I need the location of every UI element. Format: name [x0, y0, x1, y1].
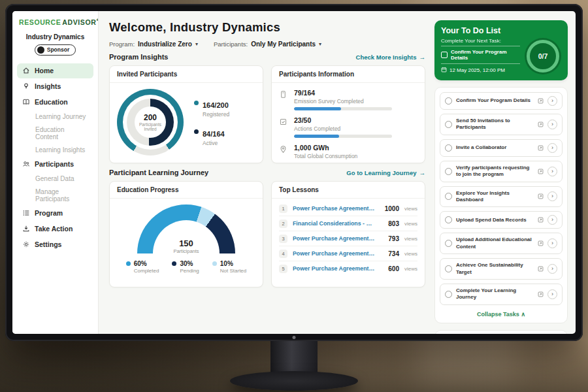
task-row-explore-insights[interactable]: Explore Your Insights Dashboard › — [440, 186, 563, 208]
dashboard-app: RESOURCEADVISOR+ Industry Dynamics Spons… — [12, 11, 576, 334]
chevron-right-icon[interactable]: › — [547, 289, 557, 299]
sponsor-badge[interactable]: Sponsor — [35, 44, 76, 56]
arrow-right-icon: → — [419, 169, 426, 176]
chevron-down-icon: ▾ — [195, 41, 198, 47]
sponsor-label: Sponsor — [47, 46, 69, 53]
checkbox-icon[interactable] — [441, 52, 448, 58]
sidebar-item-home[interactable]: Home — [17, 63, 93, 78]
task-row-confirm-program[interactable]: Confirm Your Program Details › — [440, 92, 563, 110]
lesson-row[interactable]: 2 Financial Considerations - VPPAs 803 v… — [279, 216, 417, 231]
sidebar-item-insights[interactable]: Insights — [17, 79, 93, 94]
radio-checkbox-icon[interactable] — [445, 193, 452, 200]
sidebar-item-settings[interactable]: Settings — [17, 237, 93, 252]
donut-center-label: Participants Invited — [137, 122, 164, 131]
radio-checkbox-icon[interactable] — [445, 240, 452, 247]
open-task-icon — [538, 291, 544, 297]
lesson-row[interactable]: 3 Power Purchase Agreements 101 793 view… — [279, 231, 417, 246]
sidebar-item-take-action[interactable]: Take Action — [17, 221, 93, 237]
participants-information-card: Participants Information 79/164 Emission… — [271, 65, 425, 163]
todo-tasks-card: Confirm Your Program Details › Send 50 I… — [434, 87, 568, 323]
lesson-link[interactable]: Power Purchase Agreements 101 — [293, 205, 376, 212]
lesson-link[interactable]: Financial Considerations - VPPAs — [293, 220, 376, 227]
radio-checkbox-icon[interactable] — [445, 97, 452, 105]
radio-checkbox-icon[interactable] — [445, 168, 452, 175]
chevron-up-icon: ∧ — [521, 311, 525, 318]
sidebar-item-participants[interactable]: Participants — [17, 157, 93, 172]
chevron-down-icon: ▾ — [319, 41, 321, 47]
monitor-bezel: RESOURCEADVISOR+ Industry Dynamics Spons… — [5, 4, 583, 341]
monitor-stand-base — [230, 371, 358, 391]
task-row-invite-collaborator[interactable]: Invite a Collaborator › — [440, 139, 563, 157]
next-task-row[interactable]: Confirm Your Program Details — [441, 46, 520, 64]
consumption-row: 1,000 GWh Total Global Consumption — [279, 144, 417, 162]
open-task-icon — [538, 266, 544, 272]
radio-checkbox-icon[interactable] — [445, 144, 452, 152]
chevron-right-icon[interactable]: › — [547, 143, 557, 153]
chevron-right-icon[interactable]: › — [547, 238, 557, 248]
logo-advisor: ADVISOR — [62, 18, 96, 26]
next-task-due: 12 May 2025, 12:00 PM — [441, 64, 520, 74]
collapse-tasks-link[interactable]: Collapse Tasks ∧ — [440, 309, 563, 318]
filters-row: Program: Industrialize Zero ▾ Participan… — [109, 41, 425, 48]
meter-icon — [279, 89, 288, 110]
app-logo: RESOURCEADVISOR+ — [17, 18, 93, 26]
sidebar-item-program[interactable]: Program — [17, 206, 93, 221]
arrow-right-icon: → — [419, 54, 426, 61]
invited-participants-card: Invited Participants 200 Participants In… — [109, 65, 263, 163]
sidebar-item-learning-insights[interactable]: Learning Insights — [17, 144, 93, 156]
todo-column: Your To Do List Complete Your Next Task:… — [434, 11, 576, 334]
task-row-complete-learning-journey[interactable]: Complete Your Learning Journey › — [440, 284, 563, 305]
participants-label: Participants: — [214, 41, 248, 48]
sidebar-item-manage-participants[interactable]: Manage Participants — [17, 186, 93, 205]
sidebar-item-general-data[interactable]: General Data — [17, 172, 93, 185]
lesson-row[interactable]: 1 Power Purchase Agreements 101 1000 vie… — [279, 201, 417, 216]
task-row-verify-participants[interactable]: Verify participants requesting to join t… — [440, 161, 563, 182]
task-row-send-invitations[interactable]: Send 50 Invitations to Participants › — [440, 114, 563, 135]
sidebar-item-education[interactable]: Education — [17, 95, 93, 110]
radio-checkbox-icon[interactable] — [445, 291, 452, 298]
task-row-upload-spend-data[interactable]: Upload Spend Data Records › — [440, 211, 563, 229]
task-row-achieve-target[interactable]: Achieve One Sustainability Target › — [440, 258, 563, 280]
lesson-link[interactable]: Power Purchase Agreements 102 — [293, 250, 376, 257]
lesson-row[interactable]: 4 Power Purchase Agreements 102 734 view… — [279, 246, 417, 261]
page-title: Welcome, Industry Dynamics — [109, 20, 425, 35]
chevron-right-icon[interactable]: › — [547, 264, 557, 274]
radio-checkbox-icon[interactable] — [445, 121, 452, 128]
survey-progress-bar — [294, 107, 392, 110]
lesson-link[interactable]: Power Purchase Agreements 103 — [293, 265, 376, 272]
gear-icon — [22, 240, 30, 249]
action-arrow-icon — [22, 225, 30, 233]
navy-dot-icon — [194, 129, 199, 134]
legend-pending: 30% Pending — [172, 260, 199, 274]
sidebar-nav: Home Insights Education Learning Journey… — [17, 63, 93, 252]
open-task-icon — [538, 240, 544, 246]
card-title: Invited Participants — [110, 66, 263, 83]
check-more-insights-link[interactable]: Check More Insights → — [356, 54, 425, 61]
actions-completed-row: 23/50 Actions Completed — [279, 116, 417, 138]
legend-completed: 60% Completed — [126, 260, 159, 274]
sidebar-item-education-content[interactable]: Education Content — [17, 123, 93, 143]
chevron-right-icon[interactable]: › — [547, 96, 557, 106]
legend-not-started: 10% Not Started — [212, 260, 246, 274]
invited-donut-inner-ring: 200 Participants Invited — [127, 99, 174, 146]
chevron-right-icon[interactable]: › — [547, 215, 557, 225]
lesson-link[interactable]: Power Purchase Agreements 101 — [293, 235, 376, 242]
people-icon — [22, 160, 30, 169]
actions-progress-bar — [294, 135, 392, 138]
radio-checkbox-icon[interactable] — [445, 265, 452, 272]
open-task-icon — [538, 98, 544, 104]
chevron-right-icon[interactable]: › — [547, 191, 557, 201]
radio-checkbox-icon[interactable] — [445, 216, 452, 223]
task-row-upload-educational-content[interactable]: Upload Additional Educational Content › — [440, 233, 563, 254]
chevron-right-icon[interactable]: › — [547, 167, 557, 176]
go-to-learning-journey-link[interactable]: Go to Learning Journey → — [346, 169, 425, 176]
invited-donut-chart: 200 Participants Invited — [117, 89, 184, 155]
legend-active: 84/164 Active — [194, 127, 229, 146]
chevron-right-icon[interactable]: › — [547, 120, 557, 129]
todo-subtitle: Complete Your Next Task: — [441, 38, 520, 44]
program-dropdown[interactable]: Program: Industrialize Zero ▾ — [109, 41, 198, 48]
sidebar-item-learning-journey[interactable]: Learning Journey — [17, 110, 93, 123]
lesson-row[interactable]: 5 Power Purchase Agreements 103 600 view… — [279, 261, 417, 276]
book-icon — [22, 98, 30, 106]
participants-dropdown[interactable]: Participants: Only My Participants ▾ — [214, 41, 321, 48]
